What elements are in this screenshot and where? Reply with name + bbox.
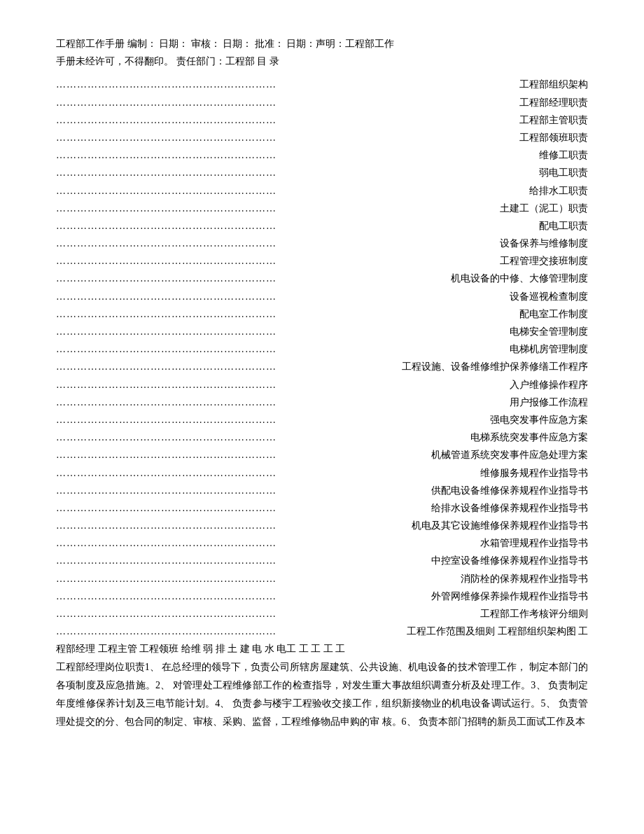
toc-item: ………………………………………………………工程设施、设备维修维护保养修缮工作程序 [56, 358, 588, 375]
toc-item: ………………………………………………………工程部主管职责 [56, 111, 588, 129]
toc-dots: ……………………………………………………… [56, 517, 409, 534]
toc-dots: ……………………………………………………… [56, 482, 428, 499]
toc-item: ………………………………………………………维修工职责 [56, 146, 588, 164]
toc-title: 设备保养与维修制度 [500, 235, 588, 252]
toc-dots: ……………………………………………………… [56, 464, 477, 482]
toc-item: ………………………………………………………电梯系统突发事件应急方案 [56, 429, 588, 446]
toc-item: ………………………………………………………给排水设备维修保养规程作业指导书 [56, 499, 588, 517]
toc-item: ………………………………………………………入户维修操作程序 [56, 376, 588, 394]
toc-title: 机械管道系统突发事件应急处理方案 [431, 446, 588, 464]
toc-item: ………………………………………………………维修服务规程作业指导书 [56, 464, 588, 482]
toc-title: 给排水工职责 [529, 182, 588, 200]
toc-item: ………………………………………………………机械管道系统突发事件应急处理方案 [56, 446, 588, 464]
toc-title: 工程部工作考核评分细则 [480, 605, 588, 623]
toc-title: 维修工职责 [539, 146, 588, 164]
toc-title: 电梯安全管理制度 [510, 323, 588, 340]
toc-title: 工程部主管职责 [519, 111, 588, 129]
toc-title: 配电室工作制度 [519, 305, 588, 323]
toc-item: ………………………………………………………工程管理交接班制度 [56, 252, 588, 270]
toc-item: ………………………………………………………工程部组织架构 [56, 76, 588, 93]
toc-dots: ……………………………………………………… [56, 605, 477, 623]
toc-item: ………………………………………………………水箱管理规程作业指导书 [56, 534, 588, 552]
body-paragraph: 程部经理 工程主管 工程领班 给维 弱 排 土 建 电 水 电工 工 工 工 工 [56, 640, 588, 658]
toc-item: ………………………………………………………消防栓的保养规程作业指导书 [56, 570, 588, 588]
header-line2: 手册未经许可，不得翻印。 责任部门：工程部 目 录 [56, 53, 588, 70]
toc-item: ………………………………………………………土建工（泥工）职责 [56, 200, 588, 217]
toc-title: 机电设备的中修、大修管理制度 [451, 270, 588, 287]
toc-dots: ……………………………………………………… [56, 623, 404, 640]
toc-dots: ……………………………………………………… [56, 146, 536, 164]
toc-item: ………………………………………………………机电及其它设施维修保养规程作业指导书 [56, 517, 588, 534]
header-line1: 工程部工作手册 编制： 日期： 审核： 日期： 批准： 日期：声明：工程部工作 [56, 35, 588, 53]
toc-item: ………………………………………………………工程部领班职责 [56, 129, 588, 146]
toc-dots: ……………………………………………………… [56, 252, 497, 270]
toc-dots: ……………………………………………………… [56, 446, 428, 464]
toc-title: 电梯机房管理制度 [510, 340, 588, 358]
toc-title: 中控室设备维修保养规程作业指导书 [431, 552, 588, 569]
toc-title: 电梯系统突发事件应急方案 [470, 429, 588, 446]
toc-title: 给排水设备维修保养规程作业指导书 [431, 499, 588, 517]
toc-item: ………………………………………………………强电突发事件应急方案 [56, 411, 588, 429]
toc-item: ………………………………………………………用户报修工作流程 [56, 394, 588, 411]
toc-item: ………………………………………………………中控室设备维修保养规程作业指导书 [56, 552, 588, 569]
toc-dots: ……………………………………………………… [56, 305, 517, 323]
toc-title: 维修服务规程作业指导书 [480, 464, 588, 482]
toc-dots: ……………………………………………………… [56, 164, 536, 181]
toc-dots: ……………………………………………………… [56, 552, 428, 569]
toc-dots: ……………………………………………………… [56, 288, 507, 305]
toc-dots: ……………………………………………………… [56, 340, 507, 358]
body-paragraph: 工程部经理岗位职责1、 在总经理的领导下，负责公司所辖房屋建筑、公共设施、机电设… [56, 658, 588, 731]
toc-dots: ……………………………………………………… [56, 358, 399, 375]
toc-item: ………………………………………………………工程工作范围及细则 工程部组织架构图 … [56, 623, 588, 640]
toc-dots: ……………………………………………………… [56, 499, 428, 517]
toc-item: ………………………………………………………供配电设备维修保养规程作业指导书 [56, 482, 588, 499]
toc-title: 外管网维修保养操作规程作业指导书 [431, 588, 588, 605]
toc-dots: ……………………………………………………… [56, 182, 526, 200]
toc-dots: ……………………………………………………… [56, 94, 517, 111]
toc-dots: ……………………………………………………… [56, 394, 507, 411]
toc-dots: ……………………………………………………… [56, 235, 497, 252]
toc-dots: ……………………………………………………… [56, 588, 428, 605]
toc-dots: ……………………………………………………… [56, 534, 477, 552]
toc-item: ………………………………………………………外管网维修保养操作规程作业指导书 [56, 588, 588, 605]
toc-dots: ……………………………………………………… [56, 217, 536, 235]
toc-title: 用户报修工作流程 [510, 394, 588, 411]
toc-item: ………………………………………………………工程部工作考核评分细则 [56, 605, 588, 623]
toc-title: 强电突发事件应急方案 [490, 411, 588, 429]
toc-title: 消防栓的保养规程作业指导书 [461, 570, 588, 588]
body-content: 程部经理 工程主管 工程领班 给维 弱 排 土 建 电 水 电工 工 工 工 工… [56, 640, 588, 730]
header-block: 工程部工作手册 编制： 日期： 审核： 日期： 批准： 日期：声明：工程部工作 … [56, 35, 588, 70]
toc-dots: ……………………………………………………… [56, 376, 507, 394]
toc-title: 配电工职责 [539, 217, 588, 235]
toc-dots: ……………………………………………………… [56, 270, 448, 287]
toc-title: 工程部组织架构 [519, 76, 588, 93]
toc-item: ………………………………………………………工程部经理职责 [56, 94, 588, 111]
toc-dots: ……………………………………………………… [56, 570, 458, 588]
toc-title: 工程部领班职责 [519, 129, 588, 146]
toc-dots: ……………………………………………………… [56, 200, 497, 217]
toc-dots: ……………………………………………………… [56, 429, 468, 446]
toc-item: ………………………………………………………弱电工职责 [56, 164, 588, 181]
toc-item: ………………………………………………………设备保养与维修制度 [56, 235, 588, 252]
toc-dots: ……………………………………………………… [56, 129, 517, 146]
toc-title: 设备巡视检查制度 [510, 288, 588, 305]
toc-dots: ……………………………………………………… [56, 411, 487, 429]
toc-title: 水箱管理规程作业指导书 [480, 534, 588, 552]
toc-title: 弱电工职责 [539, 164, 588, 181]
toc-title: 土建工（泥工）职责 [500, 200, 588, 217]
toc-title: 供配电设备维修保养规程作业指导书 [431, 482, 588, 499]
toc-item: ………………………………………………………配电工职责 [56, 217, 588, 235]
toc-title: 入户维修操作程序 [510, 376, 588, 394]
toc-dots: ……………………………………………………… [56, 76, 517, 93]
toc-title: 工程工作范围及细则 工程部组织架构图 工 [407, 623, 588, 640]
toc-title: 工程管理交接班制度 [500, 252, 588, 270]
toc-item: ………………………………………………………电梯安全管理制度 [56, 323, 588, 340]
toc-title: 工程部经理职责 [519, 94, 588, 111]
toc-dots: ……………………………………………………… [56, 111, 517, 129]
toc-item: ………………………………………………………给排水工职责 [56, 182, 588, 200]
toc-dots: ……………………………………………………… [56, 323, 507, 340]
toc-title: 工程设施、设备维修维护保养修缮工作程序 [402, 358, 588, 375]
toc-title: 机电及其它设施维修保养规程作业指导书 [412, 517, 588, 534]
toc-item: ………………………………………………………电梯机房管理制度 [56, 340, 588, 358]
table-of-contents: ………………………………………………………工程部组织架构………………………………… [56, 76, 588, 640]
